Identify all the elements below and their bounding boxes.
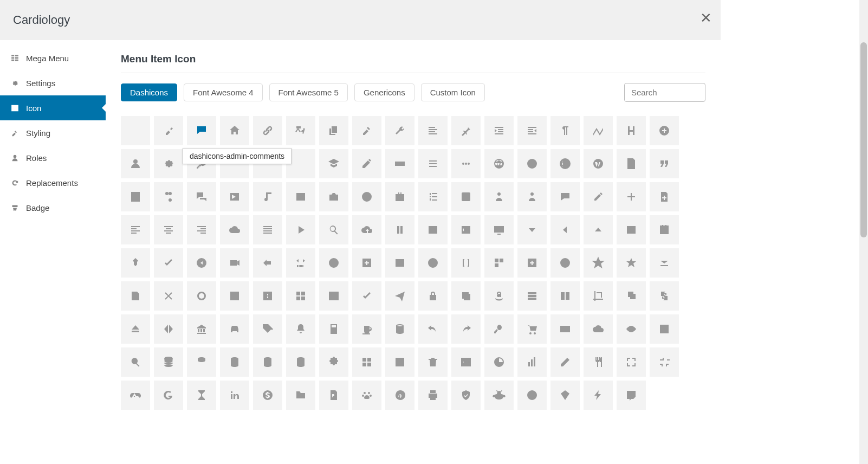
icon-dots[interactable] — [451, 149, 481, 178]
icon-back[interactable] — [187, 248, 216, 278]
icon-info[interactable] — [319, 248, 348, 278]
icon-chats[interactable] — [187, 182, 216, 211]
tab-custom-icon[interactable]: Custom Icon — [421, 83, 485, 101]
icon-align[interactable] — [418, 116, 448, 145]
icon-plus-circle[interactable] — [650, 116, 679, 145]
icon-speech[interactable] — [550, 182, 580, 211]
icon-link[interactable] — [253, 116, 282, 145]
sidebar-item-icon[interactable]: Icon — [0, 95, 106, 120]
icon-swap[interactable] — [650, 281, 679, 311]
icon-list-num[interactable] — [418, 182, 448, 211]
icon-x[interactable] — [154, 281, 183, 311]
icon-minus-box[interactable] — [385, 347, 414, 377]
icon-pin[interactable] — [451, 116, 481, 145]
icon-minus-c[interactable] — [418, 248, 448, 278]
icon-pause[interactable] — [385, 215, 414, 244]
icon-align-j[interactable] — [253, 215, 282, 244]
icon-circle[interactable] — [187, 281, 216, 311]
icon-puzzle[interactable] — [319, 347, 348, 377]
icon-grid-plus2[interactable] — [517, 248, 547, 278]
icon-user[interactable] — [121, 149, 150, 178]
icon-gamepad[interactable] — [121, 381, 150, 410]
sidebar-item-roles[interactable]: Roles — [0, 145, 106, 170]
icon-db1[interactable] — [154, 347, 183, 377]
icon-eye[interactable] — [617, 314, 646, 344]
icon-shield[interactable] — [451, 381, 481, 410]
icon-bell[interactable] — [286, 314, 315, 344]
icon-video[interactable] — [220, 182, 249, 211]
icon-play[interactable] — [286, 215, 315, 244]
icon-person[interactable] — [484, 182, 514, 211]
icon-align-c[interactable] — [154, 215, 183, 244]
icon-globe1[interactable] — [484, 149, 514, 178]
icon-tri-left[interactable] — [550, 215, 580, 244]
icon-reddit[interactable] — [484, 381, 514, 410]
icon-paint[interactable] — [352, 116, 381, 145]
icon-card[interactable] — [550, 314, 580, 344]
icon-bars[interactable] — [517, 347, 547, 377]
icon-grid-globe[interactable] — [550, 149, 580, 178]
icon-pencil[interactable] — [550, 347, 580, 377]
icon-plane[interactable] — [385, 281, 414, 311]
icon-img2[interactable] — [617, 215, 646, 244]
icon-screen[interactable] — [484, 215, 514, 244]
icon-folder[interactable] — [286, 381, 315, 410]
icon-cloud[interactable] — [220, 215, 249, 244]
icon-cloud2[interactable] — [584, 314, 613, 344]
icon-check-c[interactable] — [352, 182, 381, 211]
icon-briefcase[interactable] — [385, 182, 414, 211]
icon-schedule[interactable] — [650, 215, 679, 244]
icon-check[interactable] — [154, 248, 183, 278]
icon-tri-up[interactable] — [584, 215, 613, 244]
icon-indent-r[interactable] — [517, 116, 547, 145]
icon-translate[interactable] — [286, 116, 315, 145]
icon-align-l[interactable] — [121, 215, 150, 244]
icon-tags[interactable] — [253, 314, 282, 344]
icon-return[interactable] — [253, 248, 282, 278]
icon-coffee[interactable] — [352, 314, 381, 344]
sidebar-item-replacements[interactable]: Replacements — [0, 170, 106, 195]
icon-pie[interactable] — [484, 347, 514, 377]
icon-edit[interactable] — [352, 149, 381, 178]
icon-check2[interactable] — [352, 281, 381, 311]
icon-target[interactable] — [650, 314, 679, 344]
icon-dollar[interactable] — [253, 381, 282, 410]
icon-pinterest[interactable] — [385, 381, 414, 410]
icon-grad[interactable] — [319, 149, 348, 178]
icon-zigzag[interactable] — [584, 116, 613, 145]
icon-x-circle[interactable] — [550, 248, 580, 278]
icon-twitch[interactable] — [617, 381, 646, 410]
icon-wp[interactable] — [584, 149, 613, 178]
icon-expand[interactable] — [617, 347, 646, 377]
sidebar-item-badge[interactable]: Badge — [0, 195, 106, 220]
icon-cloud-up[interactable] — [352, 215, 381, 244]
icon-plus-box[interactable] — [253, 281, 282, 311]
icon-db4[interactable] — [253, 347, 282, 377]
icon-pin2[interactable] — [121, 248, 150, 278]
icon-spotify[interactable] — [517, 381, 547, 410]
icon-contract[interactable] — [650, 347, 679, 377]
icon-star[interactable] — [617, 248, 646, 278]
icon-layers[interactable] — [617, 281, 646, 311]
icon-zoom[interactable] — [319, 215, 348, 244]
icon-cols[interactable] — [550, 281, 580, 311]
outer-scrollbar-track[interactable] — [859, 0, 868, 464]
tab-font-awesome-5[interactable]: Font Awesome 5 — [269, 83, 348, 101]
icon-video2[interactable] — [220, 248, 249, 278]
icon-in-logo[interactable] — [220, 381, 249, 410]
icon-pilcrow[interactable] — [550, 116, 580, 145]
icon-page[interactable] — [617, 149, 646, 178]
icon-code-img[interactable] — [451, 215, 481, 244]
icon-undo[interactable] — [418, 314, 448, 344]
icon-db[interactable] — [385, 314, 414, 344]
icon-present[interactable] — [451, 347, 481, 377]
icon-hflip[interactable] — [154, 314, 183, 344]
icon-gem[interactable] — [550, 381, 580, 410]
icon-img[interactable] — [418, 215, 448, 244]
icon-apps[interactable] — [352, 347, 381, 377]
icon-hourglass[interactable] — [187, 381, 216, 410]
icon-instagram[interactable] — [451, 182, 481, 211]
icon-image3[interactable] — [385, 248, 414, 278]
icon-bolt[interactable] — [584, 381, 613, 410]
icon-gear[interactable] — [154, 149, 183, 178]
